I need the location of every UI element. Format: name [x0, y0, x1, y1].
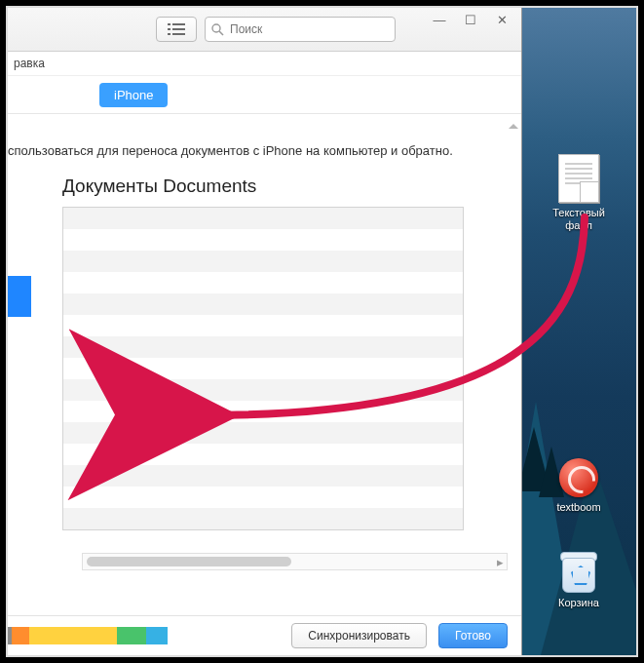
- device-row: iPhone: [8, 76, 521, 113]
- textboom-icon: [559, 458, 598, 497]
- documents-list[interactable]: [62, 207, 464, 530]
- text-file-icon: [558, 154, 599, 203]
- search-field[interactable]: [205, 17, 396, 42]
- horizontal-scrollbar[interactable]: ▸: [82, 553, 508, 570]
- list-item[interactable]: [63, 487, 463, 508]
- desktop-background: Текстовый файл textboom Корзина: [521, 8, 636, 655]
- desktop-bin-label: Корзина: [548, 597, 610, 609]
- description-text: спользоваться для переноса документов с …: [8, 143, 504, 158]
- sync-button[interactable]: Синхронизировать: [291, 623, 427, 648]
- titlebar: — ☐ ✕: [8, 8, 521, 52]
- desktop-app-label: textboom: [548, 501, 610, 514]
- svg-rect-2: [168, 33, 170, 35]
- window-close-button[interactable]: ✕: [488, 10, 515, 29]
- svg-rect-1: [168, 28, 170, 30]
- list-item[interactable]: [63, 508, 463, 529]
- recycle-bin-icon: [560, 550, 597, 593]
- sidebar-selection[interactable]: [8, 276, 31, 317]
- section-title: Документы Documents: [62, 176, 504, 197]
- search-input[interactable]: [228, 21, 389, 37]
- list-item[interactable]: [63, 336, 463, 358]
- list-item[interactable]: [63, 272, 463, 293]
- svg-rect-4: [172, 28, 185, 30]
- list-item[interactable]: [63, 208, 463, 229]
- svg-point-6: [212, 24, 220, 32]
- list-item[interactable]: [63, 444, 463, 465]
- list-item[interactable]: [63, 358, 463, 379]
- desktop-app-icon[interactable]: textboom: [548, 458, 610, 514]
- list-item[interactable]: [63, 251, 463, 272]
- desktop-recycle-bin[interactable]: Корзина: [548, 550, 610, 609]
- device-pill-iphone[interactable]: iPhone: [99, 83, 168, 107]
- content-area: спользоваться для переноса документов с …: [8, 114, 521, 615]
- svg-rect-5: [172, 33, 185, 35]
- scroll-right-icon[interactable]: ▸: [493, 555, 507, 569]
- list-item[interactable]: [63, 229, 463, 251]
- menubar[interactable]: равка: [8, 52, 521, 76]
- storage-usage-bar: [6, 627, 170, 644]
- footer-bar: Синхронизировать Готово: [8, 615, 521, 655]
- desktop-file-label: Текстовый файл: [548, 207, 610, 231]
- list-item[interactable]: [63, 465, 463, 487]
- svg-rect-3: [172, 23, 185, 25]
- list-item[interactable]: [63, 293, 463, 315]
- done-button[interactable]: Готово: [438, 623, 508, 648]
- list-item[interactable]: [63, 315, 463, 336]
- desktop-file-icon[interactable]: Текстовый файл: [548, 154, 610, 231]
- list-icon: [168, 23, 185, 35]
- svg-line-7: [219, 31, 223, 35]
- list-item[interactable]: [63, 422, 463, 444]
- list-item[interactable]: [63, 379, 463, 401]
- search-icon: [211, 23, 224, 36]
- svg-rect-0: [168, 23, 170, 25]
- itunes-window: — ☐ ✕ равка iPhone спользоваться для пер…: [8, 8, 522, 655]
- screenshot-frame: Текстовый файл textboom Корзина: [6, 6, 638, 657]
- window-maximize-button[interactable]: ☐: [457, 10, 484, 29]
- menubar-item[interactable]: равка: [14, 57, 45, 70]
- window-minimize-button[interactable]: —: [426, 10, 453, 29]
- scroll-thumb[interactable]: [87, 557, 291, 566]
- list-item[interactable]: [63, 401, 463, 422]
- list-view-button[interactable]: [156, 17, 197, 42]
